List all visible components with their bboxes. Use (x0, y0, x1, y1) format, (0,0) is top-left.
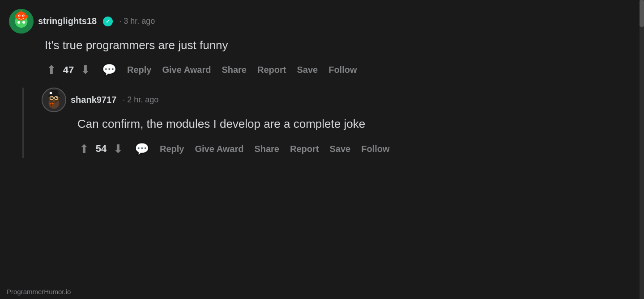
svg-point-5 (19, 15, 20, 16)
comment-1: stringlights18 ✓ · 3 hr. ago It's true p… (9, 9, 626, 79)
follow-button-comment1[interactable]: Follow (328, 63, 358, 77)
svg-point-22 (55, 97, 58, 100)
svg-point-11 (17, 21, 20, 24)
scrollbar-thumb[interactable] (640, 0, 644, 27)
reply-icon-comment1[interactable]: 💬 (101, 61, 117, 79)
chat-icon-comment2: 💬 (135, 142, 149, 156)
comment-1-actions: ⬆ 47 ⬇ 💬 Reply Give Award Share Report S… (45, 61, 626, 79)
nested-comment-container: shank9717 · 2 hr. ago Can confirm, the m… (22, 88, 626, 157)
reply-button-comment1[interactable]: Reply (126, 63, 152, 77)
avatar-shank9717 (42, 88, 66, 112)
downvote-button-comment2[interactable]: ⬇ (111, 140, 125, 158)
vote-section-comment1: ⬆ 47 ⬇ (45, 61, 92, 79)
comment-2-text: Can confirm, the modules I develop are a… (77, 116, 626, 132)
watermark: ProgrammerHumor.io (7, 288, 71, 295)
comment-2-body: Can confirm, the modules I develop are a… (77, 116, 626, 157)
vote-count-comment2: 54 (94, 143, 108, 155)
give-award-button-comment2[interactable]: Give Award (194, 142, 244, 156)
timestamp-comment1: · 3 hr. ago (119, 17, 155, 26)
verified-icon: ✓ (103, 17, 113, 26)
downvote-button-comment1[interactable]: ⬇ (79, 61, 92, 79)
svg-point-10 (25, 15, 28, 18)
report-button-comment1[interactable]: Report (256, 63, 287, 77)
give-award-button-comment1[interactable]: Give Award (161, 63, 212, 77)
chat-icon-comment1: 💬 (102, 63, 116, 77)
share-button-comment2[interactable]: Share (253, 142, 280, 156)
upvote-button-comment2[interactable]: ⬆ (77, 140, 91, 158)
svg-point-12 (22, 21, 25, 24)
comments-container: stringlights18 ✓ · 3 hr. ago It's true p… (0, 0, 644, 171)
avatar-stringlights18 (9, 9, 34, 34)
upvote-icon-comment2: ⬆ (79, 142, 89, 156)
vote-section-comment2: ⬆ 54 ⬇ (77, 140, 125, 158)
svg-point-8 (21, 10, 22, 12)
report-button-comment2[interactable]: Report (289, 142, 320, 156)
username-shank9717[interactable]: shank9717 (71, 95, 116, 105)
svg-point-6 (23, 15, 24, 16)
save-button-comment1[interactable]: Save (296, 63, 319, 77)
comment-2-header: shank9717 · 2 hr. ago (42, 88, 626, 112)
svg-point-18 (50, 92, 52, 95)
svg-point-21 (51, 97, 53, 100)
upvote-icon-comment1: ⬆ (47, 63, 56, 77)
upvote-button-comment1[interactable]: ⬆ (45, 61, 58, 79)
comment-2: shank9717 · 2 hr. ago Can confirm, the m… (42, 88, 626, 157)
comment-2-actions: ⬆ 54 ⬇ 💬 Reply Give Award Share Report (77, 140, 626, 158)
share-button-comment1[interactable]: Share (221, 63, 247, 77)
username-stringlights18[interactable]: stringlights18 (38, 16, 97, 26)
svg-point-24 (56, 97, 57, 98)
reply-button-comment2[interactable]: Reply (159, 142, 185, 156)
downvote-icon-comment1: ⬇ (81, 63, 90, 77)
svg-point-23 (51, 97, 52, 98)
reply-icon-comment2[interactable]: 💬 (134, 140, 150, 158)
vote-count-comment1: 47 (62, 64, 75, 76)
scrollbar[interactable] (640, 0, 644, 299)
timestamp-comment2: · 2 hr. ago (123, 95, 158, 105)
follow-button-comment2[interactable]: Follow (360, 142, 390, 156)
comment-1-text: It's true programmers are just funny (45, 37, 626, 53)
comment-1-body: It's true programmers are just funny ⬆ 4… (45, 37, 626, 79)
save-button-comment2[interactable]: Save (328, 142, 351, 156)
svg-point-9 (15, 15, 17, 18)
downvote-icon-comment2: ⬇ (113, 142, 123, 156)
comment-1-header: stringlights18 ✓ · 3 hr. ago (9, 9, 626, 34)
